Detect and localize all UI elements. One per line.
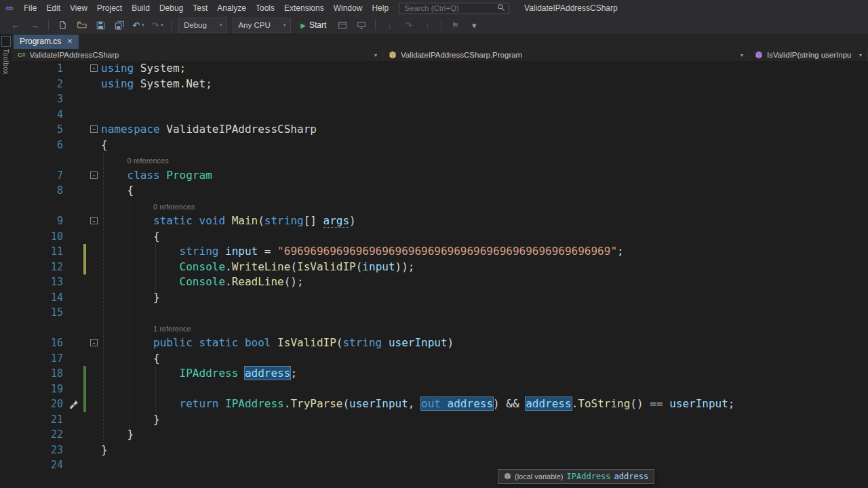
attach-process-icon[interactable] [353,18,370,33]
outlining-margin[interactable] [87,366,101,382]
platform-select[interactable]: Any CPU▾ [233,18,291,33]
glyph-margin[interactable] [66,290,82,306]
save-all-icon[interactable] [111,18,128,33]
outlining-margin[interactable] [87,274,101,290]
menu-item-file[interactable]: File [19,0,41,16]
outlining-margin[interactable] [87,427,101,443]
code-text[interactable]: IPAddress address; [101,366,868,382]
bookmark-icon[interactable]: ⚑ [446,18,464,33]
glyph-margin[interactable] [66,260,82,275]
glyph-margin[interactable] [66,152,82,169]
outlining-margin[interactable] [87,396,101,412]
outlining-margin[interactable] [87,138,101,153]
collapse-toggle-icon[interactable]: - [90,125,98,133]
code-text[interactable] [101,92,868,107]
step-out-icon[interactable]: ↑ [418,18,436,33]
outlining-margin[interactable] [87,199,101,215]
outlining-margin[interactable] [87,260,101,275]
glyph-margin[interactable] [66,351,82,367]
redo-icon[interactable]: ↷▾ [149,18,166,33]
code-text[interactable]: } [101,290,868,306]
search-icon[interactable] [497,3,505,14]
outlining-margin[interactable] [87,305,101,321]
toolbox-icon[interactable] [1,36,11,47]
collapse-toggle-icon[interactable]: - [90,217,98,224]
outlining-margin[interactable] [87,321,101,337]
code-text[interactable]: 0 references [101,199,868,215]
menu-item-window[interactable]: Window [329,0,368,16]
glyph-margin[interactable] [66,305,82,321]
menu-item-edit[interactable]: Edit [41,0,65,16]
glyph-margin[interactable] [66,229,82,245]
tab-close-icon[interactable]: × [67,37,73,45]
step-over-icon[interactable]: ↷ [399,18,417,33]
code-text[interactable]: 1 reference [101,321,868,337]
menu-item-project[interactable]: Project [92,0,127,16]
code-text[interactable]: Console.ReadLine(); [101,274,868,290]
glyph-margin[interactable] [66,183,82,199]
nav-back-icon[interactable]: ← [7,18,24,33]
collapse-toggle-icon[interactable]: - [90,64,98,72]
menu-item-analyze[interactable]: Analyze [212,0,251,16]
outlining-margin[interactable] [87,229,101,245]
glyph-margin[interactable] [66,168,82,184]
outlining-margin[interactable] [87,443,101,458]
outlining-margin[interactable]: - [87,168,101,184]
outlining-margin[interactable] [87,107,101,123]
glyph-margin[interactable] [66,382,82,397]
outlining-margin[interactable] [87,351,101,367]
code-text[interactable]: { [101,229,868,245]
outlining-margin[interactable] [87,290,101,306]
toolbar-overflow-icon[interactable]: ▾ [465,18,483,33]
menu-item-test[interactable]: Test [188,0,212,16]
outlining-margin[interactable] [87,152,101,169]
save-icon[interactable] [92,18,109,33]
undo-icon[interactable]: ↶▾ [130,18,147,33]
outlining-margin[interactable] [87,244,101,260]
menu-item-debug[interactable]: Debug [155,0,188,16]
outlining-margin[interactable] [87,183,101,199]
debug-config-select[interactable]: Debug▾ [178,18,227,33]
glyph-margin[interactable] [66,61,82,77]
breadcrumb-member-dropdown[interactable]: IsValidIP(string userInput) ▾ [749,49,868,61]
collapse-toggle-icon[interactable]: - [90,171,98,179]
code-text[interactable]: Console.WriteLine(IsValidIP(input)); [101,260,868,275]
code-text[interactable]: } [101,412,868,428]
menu-item-help[interactable]: Help [367,0,393,16]
start-debugging-button[interactable]: ▶Start [294,18,332,33]
code-text[interactable]: } [101,427,868,443]
code-text[interactable] [101,458,868,473]
glyph-margin[interactable] [66,336,82,351]
codelens-references[interactable]: 0 references [101,153,169,169]
glyph-margin[interactable] [66,244,82,260]
code-editor[interactable]: 1-using System;2using System.Net;345-nam… [0,61,868,488]
outlining-margin[interactable]: - [87,122,101,138]
code-text[interactable] [101,107,868,123]
outlining-margin[interactable] [87,412,101,428]
code-text[interactable]: using System; [101,61,868,77]
step-into-icon[interactable]: ↓ [380,18,398,33]
glyph-margin[interactable] [66,412,82,428]
code-text[interactable]: } [101,443,868,458]
code-text[interactable]: class Program [101,168,868,184]
glyph-margin[interactable] [66,274,82,290]
outlining-margin[interactable]: - [87,61,101,77]
glyph-margin[interactable] [66,122,82,138]
code-text[interactable]: public static bool IsValidIP(string user… [101,336,868,351]
menu-item-extensions[interactable]: Extensions [279,0,329,16]
code-text[interactable]: using System.Net; [101,77,868,92]
search-input[interactable] [403,3,497,13]
menu-item-build[interactable]: Build [127,0,155,16]
code-text[interactable]: string input = "696969696969696969696969… [101,244,868,260]
glyph-margin[interactable] [66,443,82,458]
outlining-margin[interactable] [87,382,101,397]
toolbox-tab[interactable]: Toolbox [2,49,9,75]
code-text[interactable]: { [101,183,868,199]
preview-window-icon[interactable] [334,18,351,33]
outlining-margin[interactable]: - [87,336,101,351]
breadcrumb-project-dropdown[interactable]: C# ValidateIPAddressCSharp ▾ [0,49,383,61]
glyph-margin[interactable] [66,214,82,229]
code-text[interactable] [101,382,868,397]
code-text[interactable]: return IPAddress.TryParse(userInput, out… [101,396,868,412]
code-text[interactable]: 0 references [101,152,868,169]
